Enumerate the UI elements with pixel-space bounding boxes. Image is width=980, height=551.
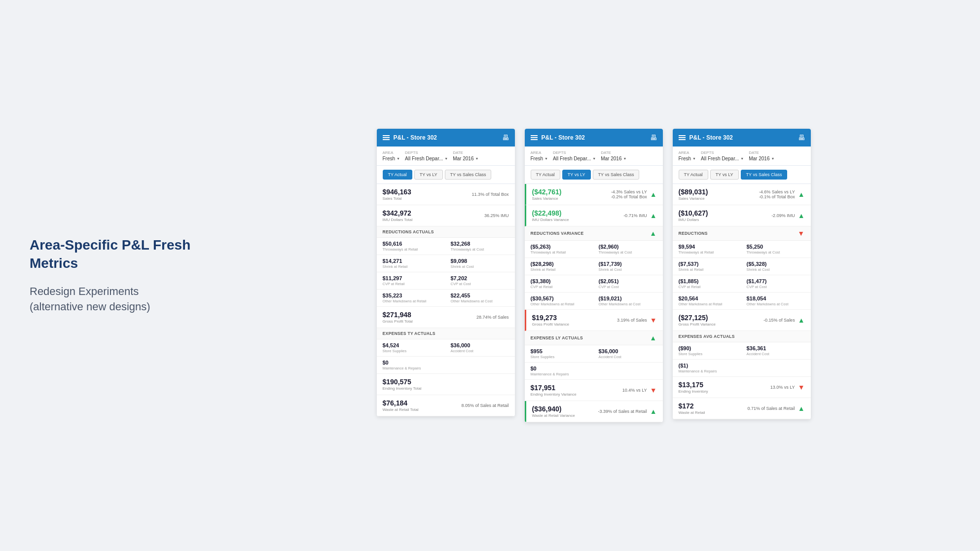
tab-1[interactable]: TY vs LY [562, 170, 591, 180]
card-title: P&L - Store 302 [394, 134, 437, 141]
metric-main: $946,163 [383, 188, 411, 196]
tab-0[interactable]: TY Actual [383, 170, 412, 180]
expenses-header: EXPENSES LY ACTUALS▲ [525, 331, 663, 345]
metric-main: $342,972 [383, 209, 413, 217]
reduction-row-1: ($7,537)Shrink at Retail($5,328)Shrink a… [673, 258, 811, 275]
metric-row-0: ($42,761)Sales Variance-4.3% Sales vs LY… [525, 184, 663, 205]
reduction-row-0: ($5,263)Throwaways at Retail($2,960)Thro… [525, 241, 663, 258]
tab-group: TY ActualTY vs LYTY vs Sales Class [673, 166, 811, 184]
pl-card-card2: P&L - Store 302🖶AreaFresh ▼DeptsAll Fres… [525, 129, 663, 422]
metric-main: ($22,498) [532, 209, 569, 217]
hamburger-icon[interactable] [531, 135, 538, 140]
waste-row: ($36,940)Waste at Retail Variance-3.39% … [525, 401, 663, 422]
reduction-row-2: ($1,885)CVP at Retail($1,477)CVP at Cost [673, 275, 811, 293]
ending-inventory-row: $190,575Ending Inventory Total [377, 374, 515, 395]
tab-1[interactable]: TY vs LY [414, 170, 443, 180]
metric-arrow: ▲ [798, 212, 805, 220]
reduction-row-3: $20,564Other Markdowns at Retail$18,054O… [673, 293, 811, 310]
reductions-header: REDUCTIONS ACTUALS [377, 226, 515, 238]
reductions-header: REDUCTIONS VARIANCE▲ [525, 226, 663, 241]
metric-main: ($10,627) [679, 209, 708, 217]
card-header: P&L - Store 302🖶 [673, 129, 811, 147]
reduction-row-0: $9,594Throwaways at Retail$5,250Throwawa… [673, 241, 811, 258]
page-container: Area-Specific P&L Fresh Metrics Redesign… [0, 0, 980, 551]
tab-2[interactable]: TY vs Sales Class [741, 170, 788, 180]
reduction-row-0: $50,616Throwaways at Retail$32,268Throwa… [377, 238, 515, 255]
page-subtitle: Redesign Experiments (alternative new de… [30, 284, 217, 315]
expense-row-0: ($90)Store Supplies$36,361Accident Cost [673, 342, 811, 360]
card-header: P&L - Store 302🖶 [377, 129, 515, 147]
metric-arrow: ▲ [798, 190, 805, 198]
left-panel: Area-Specific P&L Fresh Metrics Redesign… [30, 236, 237, 314]
metric-main: ($42,761) [532, 188, 562, 196]
tab-1[interactable]: TY vs LY [710, 170, 739, 180]
ending-inventory-row: $17,951Ending Inventory Variance10.4% vs… [525, 380, 663, 401]
reduction-row-1: ($28,298)Shrink at Retail($17,739)Shrink… [525, 258, 663, 275]
metric-arrow: ▲ [650, 190, 657, 198]
metric-row-1: $342,972IMU Dollars Total36.25% IMU [377, 205, 515, 226]
reduction-row-1: $14,271Shrink at Retail$9,098Shrink at C… [377, 255, 515, 272]
tab-2[interactable]: TY vs Sales Class [593, 170, 640, 180]
ending-inventory-row: $13,175Ending Inventory13.0% vs LY▼ [673, 377, 811, 398]
expenses-header: EXPENSES TY ACTUALS [377, 328, 515, 339]
waste-row: $172Waste at Retail0.71% of Sales at Ret… [673, 398, 811, 419]
metric-row-1: ($22,498)IMU Dollars Variance-0.71% IMU▲ [525, 205, 663, 226]
reduction-row-3: ($30,567)Other Markdowns at Retail($19,0… [525, 293, 663, 310]
section-arrow: ▲ [650, 229, 656, 237]
expenses-header: EXPENSES AVG ACTUALS [673, 331, 811, 342]
card-filters: AreaFresh ▼DeptsAll Fresh Depar... ▼Date… [525, 147, 663, 166]
section-arrow: ▼ [798, 229, 804, 237]
tab-0[interactable]: TY Actual [679, 170, 708, 180]
card-filters: AreaFresh ▼DeptsAll Fresh Depar... ▼Date… [673, 147, 811, 166]
tab-group: TY ActualTY vs LYTY vs Sales Class [525, 166, 663, 184]
hamburger-icon[interactable] [383, 135, 390, 140]
waste-row: $76,184Waste at Retail Total8.05% of Sal… [377, 395, 515, 416]
pl-card-card1: P&L - Store 302🖶AreaFresh ▼DeptsAll Fres… [377, 129, 515, 416]
gross-profit-row: ($27,125)Gross Profit Variance-0.15% of … [673, 310, 811, 331]
expense-row-1: $0Maintenance & Repairs [377, 357, 515, 374]
reduction-row-3: $35,223Other Markdowns at Retail$22,455O… [377, 290, 515, 307]
expense-row-1: $0Maintenance & Repairs [525, 363, 663, 380]
print-icon[interactable]: 🖶 [798, 134, 805, 142]
metric-row-0: $946,163Sales Total11.3% of Total Box [377, 184, 515, 205]
metric-row-1: ($10,627)IMU Dollars-2.09% IMU▲ [673, 205, 811, 226]
tab-2[interactable]: TY vs Sales Class [445, 170, 492, 180]
metric-main: ($89,031) [679, 188, 708, 196]
card-filters: AreaFresh ▼DeptsAll Fresh Depar... ▼Date… [377, 147, 515, 166]
print-icon[interactable]: 🖶 [650, 134, 657, 142]
reduction-row-2: $11,297CVP at Retail$7,202CVP at Cost [377, 272, 515, 290]
cards-container: P&L - Store 302🖶AreaFresh ▼DeptsAll Fres… [237, 129, 950, 422]
metric-row-0: ($89,031)Sales Variance-4.6% Sales vs LY… [673, 184, 811, 205]
card-title: P&L - Store 302 [690, 134, 733, 141]
print-icon[interactable]: 🖶 [502, 134, 509, 142]
tab-group: TY ActualTY vs LYTY vs Sales Class [377, 166, 515, 184]
expense-row-1: ($1)Maintenance & Repairs [673, 360, 811, 377]
gross-profit-row: $271,948Gross Profit Total28.74% of Sale… [377, 307, 515, 328]
expense-row-0: $955Store Supplies$36,000Accident Cost [525, 345, 663, 363]
hamburger-icon[interactable] [679, 135, 686, 140]
pl-card-card3: P&L - Store 302🖶AreaFresh ▼DeptsAll Fres… [673, 129, 811, 419]
tab-0[interactable]: TY Actual [531, 170, 560, 180]
gross-profit-row: $19,273Gross Profit Variance3.19% of Sal… [525, 310, 663, 331]
reductions-header: REDUCTIONS▼ [673, 226, 811, 241]
expense-row-0: $4,524Store Supplies$36,000Accident Cost [377, 339, 515, 357]
metric-arrow: ▲ [650, 212, 657, 220]
page-title: Area-Specific P&L Fresh Metrics [30, 236, 217, 272]
reduction-row-2: ($3,380)CVP at Retail($2,051)CVP at Cost [525, 275, 663, 293]
card-header: P&L - Store 302🖶 [525, 129, 663, 147]
card-title: P&L - Store 302 [542, 134, 585, 141]
